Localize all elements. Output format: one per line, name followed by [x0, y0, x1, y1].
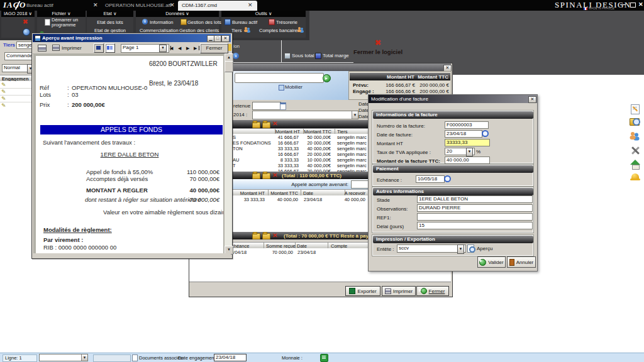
engagement-row[interactable]: ✎: [0, 102, 31, 108]
open-folder-icon[interactable]: [262, 173, 270, 179]
tva-combo-arrow[interactable]: ▼: [466, 148, 473, 156]
close-app-icon[interactable]: ✖: [375, 40, 381, 46]
annuler-button[interactable]: Annuler: [507, 256, 536, 268]
tab-cdm-active[interactable]: CDM-1367.cmd ✕: [178, 1, 257, 11]
close-dialog-icon[interactable]: ✕: [528, 96, 536, 103]
menu-outils-title[interactable]: Outils ∨: [221, 11, 306, 17]
open-folder-icon[interactable]: [262, 122, 270, 128]
close-tab-icon[interactable]: ✕: [170, 2, 175, 8]
close-tab-icon[interactable]: ✕: [248, 2, 253, 8]
delete-icon[interactable]: ✕: [272, 121, 277, 127]
multipage-view-icon[interactable]: [105, 43, 115, 53]
edit-icon[interactable]: ✎: [1, 96, 6, 102]
dialog-titlebar[interactable]: Modification d'une facture ✕: [369, 95, 537, 103]
close-window-icon[interactable]: ✕: [638, 1, 643, 8]
exporter-button[interactable]: Exporter: [345, 286, 380, 296]
tools-icon[interactable]: [630, 146, 640, 156]
info-fragment-icon[interactable]: i: [233, 53, 239, 59]
imprimer-button[interactable]: Imprimer: [50, 43, 87, 52]
prev-page-icon[interactable]: ◀: [178, 45, 181, 51]
printer-icon[interactable]: [38, 45, 47, 52]
retenue-field[interactable]: [252, 102, 281, 110]
restore-icon[interactable]: [630, 3, 636, 8]
house-icon[interactable]: [630, 160, 640, 168]
apercu-icon[interactable]: [467, 244, 474, 253]
imprimer-button[interactable]: Imprimer: [382, 286, 416, 296]
menu-item-comptes[interactable]: Comptes bancaires: [259, 28, 300, 33]
mobilier-label[interactable]: Mobilier: [285, 84, 303, 90]
entete-combo-arrow[interactable]: ▼: [457, 244, 464, 254]
stade-field[interactable]: 1ERE DALLE BETON: [417, 195, 533, 203]
menu-etat-title[interactable]: Etat ∨: [87, 11, 133, 17]
add-folder-icon[interactable]: [252, 233, 260, 239]
valider-button[interactable]: Valider: [477, 256, 506, 268]
add-folder-icon[interactable]: [252, 173, 260, 179]
currency-icon[interactable]: [320, 354, 328, 362]
total-marge-label[interactable]: Total marge: [323, 53, 349, 58]
documents-label[interactable]: Documents associés: [139, 355, 182, 361]
search-input[interactable]: [235, 73, 324, 83]
menu-iago-title[interactable]: IAGO 2018 ∨: [1, 11, 35, 17]
sous-total-icon[interactable]: [284, 53, 291, 59]
menu-item-etat-lots[interactable]: Etat des lots: [87, 19, 133, 25]
add-folder-icon[interactable]: [252, 122, 260, 128]
tab-bureau-actif[interactable]: Bureau actif: [26, 3, 53, 8]
delete-icon[interactable]: ✕: [272, 233, 277, 239]
documents-icon[interactable]: [132, 354, 138, 361]
preview-scrollbar[interactable]: ▲ ▼: [225, 53, 232, 253]
total-marge-icon[interactable]: [315, 53, 321, 59]
commande-combo[interactable]: Commande: [4, 52, 31, 60]
clock-icon[interactable]: [444, 175, 451, 182]
sous-total-label[interactable]: Sous total: [292, 53, 314, 58]
fermer-button[interactable]: Fermer: [200, 43, 228, 53]
preview-titlebar[interactable]: Aperçu avant impression ▁ □ ✕: [33, 34, 231, 42]
edit-icon[interactable]: ✎: [1, 89, 6, 95]
users-icon[interactable]: [631, 132, 640, 141]
menu-item-information[interactable]: Information: [150, 19, 174, 25]
numero-field[interactable]: F00000003: [445, 121, 489, 129]
menu-item-gestion-lots[interactable]: Gestion des lots: [187, 19, 221, 25]
ref1-field[interactable]: [417, 213, 533, 221]
fermer-button[interactable]: Fermer: [416, 286, 449, 296]
montant-ht-field[interactable]: 33333,33: [445, 139, 490, 146]
calendar-icon[interactable]: [280, 102, 286, 110]
page-combo-arrow[interactable]: ▼: [159, 45, 167, 52]
echeance-field[interactable]: 10/05/18: [416, 175, 445, 183]
last-page-icon[interactable]: ▶: [194, 45, 200, 51]
date-engagement-field[interactable]: 23/04/18: [214, 354, 247, 361]
apercu-label[interactable]: Aperçu: [477, 246, 492, 251]
tiers-combo[interactable]: senge: [16, 41, 31, 49]
close-app-label[interactable]: Fermer le logiciel: [353, 48, 402, 55]
globe-icon[interactable]: [23, 28, 30, 36]
menu-item-bureau-actif[interactable]: Bureau actif: [232, 19, 257, 25]
first-page-icon[interactable]: ◀: [170, 45, 176, 51]
quit-icon[interactable]: ✖: [23, 19, 28, 25]
observations-field[interactable]: DURAND PIERRE: [417, 204, 533, 212]
open-folder-icon[interactable]: [262, 233, 270, 239]
exercice-combo[interactable]: ▼: [252, 111, 358, 119]
date-field[interactable]: 23/04/18: [445, 130, 482, 138]
edit-icon[interactable]: ✎: [1, 102, 6, 108]
next-page-icon[interactable]: ▶: [186, 45, 189, 51]
search-folder-icon[interactable]: [630, 118, 640, 126]
maximize-icon[interactable]: □: [214, 35, 221, 42]
delete-icon[interactable]: ✕: [272, 172, 277, 178]
close-tab-icon[interactable]: ✕: [93, 2, 98, 8]
menu-item-tresorerie[interactable]: Trésorerie: [276, 19, 297, 25]
entete-combo[interactable]: sccv: [397, 244, 466, 253]
menu-fichier-title[interactable]: Fichier ∨: [37, 11, 86, 17]
close-icon[interactable]: ✕: [221, 35, 230, 42]
minimize-icon[interactable]: —: [620, 1, 626, 8]
montant-ttc-field[interactable]: 40 000,00: [445, 156, 490, 164]
clock-icon[interactable]: [482, 130, 489, 137]
menu-item-demarrer[interactable]: Démarrer un programme: [52, 18, 84, 28]
hardhat-icon[interactable]: [630, 173, 640, 181]
chevron-down-icon[interactable]: ▼: [352, 111, 358, 119]
view-mode-icon[interactable]: [94, 43, 104, 53]
menu-item-tiers[interactable]: Tiers: [231, 28, 242, 33]
status-combo[interactable]: ▼: [39, 354, 88, 361]
chevron-down-icon[interactable]: ▼: [81, 354, 87, 361]
edit-document-icon[interactable]: [631, 104, 640, 114]
scroll-thumb[interactable]: [225, 61, 233, 72]
tab-operation-mulhouse[interactable]: OPERATION MULHOUSE.aff: [105, 3, 171, 8]
